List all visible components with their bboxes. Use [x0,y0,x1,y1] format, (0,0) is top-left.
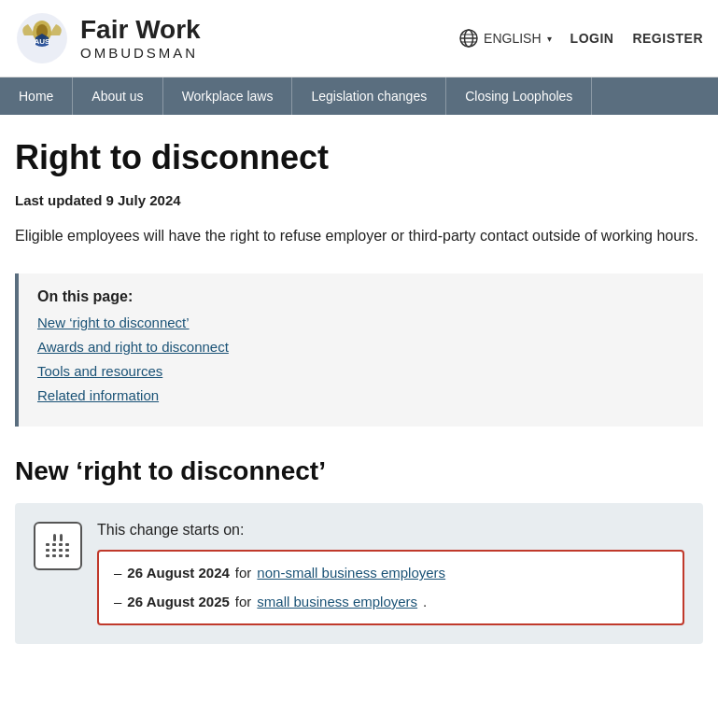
main-nav: Home About us Workplace laws Legislation… [0,77,718,115]
section-heading-new-right: New ‘right to disconnect’ [15,456,703,486]
list-item: Related information [37,387,684,404]
intro-text: Eligible employees will have the right t… [15,225,703,247]
logo-fairwork: Fair Work [80,16,201,45]
nav-closing-loopholes[interactable]: Closing Loopholes [446,77,592,115]
toc-link-tools[interactable]: Tools and resources [37,363,162,379]
list-item: Tools and resources [37,363,684,380]
logo-area: AUS Fair Work OMBUDSMAN [15,11,201,65]
site-header: AUS Fair Work OMBUDSMAN ENGLISH ▾ LOGIN … [0,0,718,77]
logo-text: Fair Work OMBUDSMAN [80,16,201,61]
calendar-ring-right [60,534,63,541]
dash-2: – [114,592,121,613]
main-content: Right to disconnect Last updated 9 July … [0,115,718,666]
non-small-business-link[interactable]: non-small business employers [257,563,445,584]
calendar-grid [46,543,70,558]
date-2-period: . [423,592,427,613]
info-content: This change starts on: – 26 August 2024 … [97,522,684,625]
list-item: New ‘right to disconnect’ [37,315,684,331]
dash-1: – [114,563,121,584]
calendar-icon [34,522,82,570]
page-title: Right to disconnect [15,137,703,177]
date-row-2: – 26 August 2025 for small business empl… [114,592,668,613]
toc-link-awards[interactable]: Awards and right to disconnect [37,339,229,355]
date-2-bold: 26 August 2025 [127,592,230,613]
date-2-for: for [235,592,252,613]
small-business-link[interactable]: small business employers [257,592,417,613]
gov-crest-icon: AUS [15,11,69,65]
globe-icon [459,29,478,48]
dates-box: – 26 August 2024 for non-small business … [97,550,684,625]
nav-home[interactable]: Home [0,77,73,115]
list-item: Awards and right to disconnect [37,339,684,356]
nav-workplace-laws[interactable]: Workplace laws [163,77,293,115]
language-label: ENGLISH [484,31,541,46]
toc-list: New ‘right to disconnect’ Awards and rig… [37,315,684,404]
info-box: This change starts on: – 26 August 2024 … [15,503,703,644]
change-starts-text: This change starts on: [97,522,684,539]
on-this-page-title: On this page: [37,288,684,305]
date-1-for: for [235,563,252,584]
language-selector[interactable]: ENGLISH ▾ [459,29,551,48]
nav-about-us[interactable]: About us [73,77,162,115]
register-link[interactable]: REGISTER [632,31,703,46]
toc-link-related[interactable]: Related information [37,387,159,403]
calendar-rings [53,534,63,541]
date-row-1: – 26 August 2024 for non-small business … [114,563,668,584]
date-1-bold: 26 August 2024 [127,563,230,584]
on-this-page-box: On this page: New ‘right to disconnect’ … [15,273,703,427]
toc-link-new-right[interactable]: New ‘right to disconnect’ [37,315,190,330]
chevron-down-icon: ▾ [547,34,552,44]
header-actions: ENGLISH ▾ LOGIN REGISTER [459,29,703,48]
nav-legislation-changes[interactable]: Legislation changes [292,77,446,115]
svg-text:AUS: AUS [35,37,51,46]
calendar-ring-left [53,534,56,541]
login-link[interactable]: LOGIN [570,31,614,46]
last-updated: Last updated 9 July 2024 [15,192,703,208]
logo-ombudsman: OMBUDSMAN [80,45,201,61]
